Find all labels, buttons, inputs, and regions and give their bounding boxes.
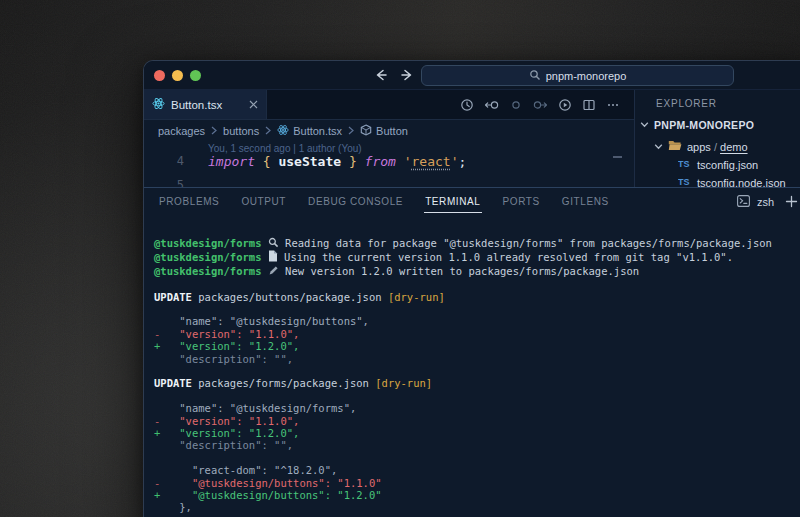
text-segment: demo bbox=[720, 141, 748, 153]
forward-button[interactable] bbox=[400, 66, 416, 84]
terminal-line bbox=[154, 390, 800, 402]
breadcrumb-item-buttons[interactable]: buttons bbox=[223, 125, 259, 137]
terminal-line bbox=[154, 278, 800, 290]
terminal-line: "description": "", bbox=[154, 353, 800, 365]
tab-close-icon[interactable] bbox=[249, 99, 258, 111]
text-segment: UPDATE bbox=[154, 377, 192, 389]
text-segment: apps bbox=[687, 141, 711, 153]
tree-item-apps-demo[interactable]: apps / demo bbox=[654, 140, 748, 153]
ts-icon: TS bbox=[678, 158, 692, 171]
chevron-down-icon bbox=[654, 141, 663, 153]
breadcrumb: packages buttons bbox=[144, 120, 634, 142]
titlebar[interactable]: pnpm-monorepo bbox=[144, 61, 800, 90]
folder-open-icon bbox=[668, 140, 682, 153]
text-segment: Using the current version 1.1.0 already … bbox=[278, 251, 733, 263]
search-input[interactable]: pnpm-monorepo bbox=[546, 70, 627, 82]
svg-text:TS: TS bbox=[678, 159, 690, 169]
tree-root-pnpm-monorepo[interactable]: PNPM-MONOREPO bbox=[640, 119, 754, 131]
terminal-panel: PROBLEMS OUTPUT DEBUG CONSOLE TERMINAL P… bbox=[144, 187, 800, 517]
search-box[interactable]: pnpm-monorepo bbox=[421, 65, 734, 86]
close-window-button[interactable] bbox=[154, 70, 165, 81]
terminal-line: - "version": "1.1.0", bbox=[154, 415, 800, 427]
panel-tab-bar: PROBLEMS OUTPUT DEBUG CONSOLE TERMINAL P… bbox=[144, 188, 800, 216]
prev-change-icon[interactable] bbox=[484, 98, 499, 112]
code-line: 4 import { useState } from 'react'; bbox=[144, 154, 634, 169]
breadcrumb-separator bbox=[265, 125, 271, 137]
tree-item-label: apps / demo bbox=[687, 141, 748, 153]
text-segment: packages/forms/package.json bbox=[192, 377, 375, 389]
text-segment: "@tuskdesign/buttons": "1.1.0" bbox=[192, 477, 382, 489]
tab-button-tsx[interactable]: Button.tsx bbox=[144, 90, 267, 119]
new-terminal-button[interactable] bbox=[785, 195, 798, 210]
editor[interactable]: You, 1 second ago | 1 author (You) 4 imp… bbox=[144, 142, 634, 188]
chevron-down-icon bbox=[640, 119, 649, 131]
more-actions-icon[interactable] bbox=[606, 98, 620, 112]
text-segment bbox=[255, 154, 263, 169]
terminal-line: @tuskdesign/forms New version 1.2.0 writ… bbox=[154, 265, 800, 278]
text-segment: New version 1.2.0 written to packages/fo… bbox=[279, 265, 639, 277]
terminal-line: + "@tuskdesign/buttons": "1.2.0" bbox=[154, 489, 800, 501]
terminal-line bbox=[154, 303, 800, 315]
traffic-lights bbox=[154, 70, 201, 81]
text-segment: }, bbox=[154, 501, 192, 513]
text-segment: UPDATE bbox=[154, 291, 192, 303]
text-segment: useState bbox=[278, 154, 341, 169]
app-window: pnpm-monorepo bbox=[143, 60, 800, 517]
text-segment: - bbox=[154, 415, 179, 427]
text-segment: Reading data for package "@tuskdesign/fo… bbox=[279, 237, 772, 249]
run-icon[interactable] bbox=[558, 98, 572, 112]
text-segment: "version": "1.2.0", bbox=[179, 340, 299, 352]
text-segment: @tuskdesign/forms bbox=[154, 251, 261, 263]
terminal-line: "name": "@tuskdesign/buttons", bbox=[154, 315, 800, 327]
text-segment: "description": "", bbox=[154, 353, 293, 365]
breadcrumb-item-symbol[interactable]: Button bbox=[360, 124, 408, 138]
panel-tab-output[interactable]: OUTPUT bbox=[230, 188, 297, 216]
text-segment: packages/buttons/package.json bbox=[192, 291, 388, 303]
panel-tab-problems[interactable]: PROBLEMS bbox=[148, 188, 230, 216]
tab-label: Button.tsx bbox=[171, 99, 222, 111]
text-segment bbox=[357, 154, 365, 169]
terminal-line: @tuskdesign/forms Using the current vers… bbox=[154, 250, 800, 264]
terminal-line: + "version": "1.2.0", bbox=[154, 427, 800, 439]
minimize-window-button[interactable] bbox=[172, 70, 183, 81]
text-segment: + bbox=[154, 340, 179, 352]
text-segment: [dry-run] bbox=[375, 377, 432, 389]
terminal-line: - "@tuskdesign/buttons": "1.1.0" bbox=[154, 477, 800, 489]
terminal-shell-badge[interactable]: zsh bbox=[737, 195, 798, 210]
terminal-output[interactable]: @tuskdesign/forms Reading data for packa… bbox=[144, 216, 800, 514]
explorer-header: EXPLORER bbox=[656, 98, 717, 109]
plus-icon bbox=[785, 195, 798, 208]
panel-tab-gitlens[interactable]: GITLENS bbox=[551, 188, 620, 216]
zoom-window-button[interactable] bbox=[190, 70, 201, 81]
react-icon bbox=[152, 97, 165, 112]
text-segment bbox=[396, 154, 404, 169]
terminal-line: "react-dom": "^18.2.0", bbox=[154, 464, 800, 476]
next-change-icon[interactable] bbox=[533, 98, 548, 112]
main-row: Button.tsx bbox=[144, 90, 800, 188]
text-segment: ' bbox=[404, 154, 412, 169]
panel-tab-ports[interactable]: PORTS bbox=[492, 188, 551, 216]
svg-text:TS: TS bbox=[678, 177, 690, 187]
text-segment: - bbox=[154, 477, 192, 489]
breadcrumb-item-packages[interactable]: packages bbox=[158, 125, 205, 137]
text-segment: { bbox=[263, 154, 271, 169]
pencil-icon bbox=[268, 265, 279, 278]
blame-annotation: You, 1 second ago | 1 author (You) bbox=[208, 143, 362, 154]
react-icon bbox=[277, 124, 289, 138]
text-segment: / bbox=[711, 141, 720, 153]
text-segment: - bbox=[154, 328, 179, 340]
back-button[interactable] bbox=[372, 66, 388, 84]
circle-icon[interactable] bbox=[509, 98, 523, 112]
minimap[interactable] bbox=[613, 156, 622, 158]
breadcrumb-item-file[interactable]: Button.tsx bbox=[277, 124, 342, 138]
terminal-line: - "version": "1.1.0", bbox=[154, 328, 800, 340]
panel-tab-terminal[interactable]: TERMINAL bbox=[414, 188, 491, 216]
timeline-icon[interactable] bbox=[460, 98, 474, 112]
split-editor-icon[interactable] bbox=[582, 98, 596, 112]
tree-item-tsconfig[interactable]: TS tsconfig.json bbox=[678, 158, 758, 171]
text-segment: ; bbox=[459, 154, 467, 169]
text-segment: + bbox=[154, 489, 192, 501]
symbol-class-icon bbox=[360, 124, 372, 138]
panel-tab-debug-console[interactable]: DEBUG CONSOLE bbox=[297, 188, 414, 216]
terminal-line: + "version": "1.2.0", bbox=[154, 340, 800, 352]
